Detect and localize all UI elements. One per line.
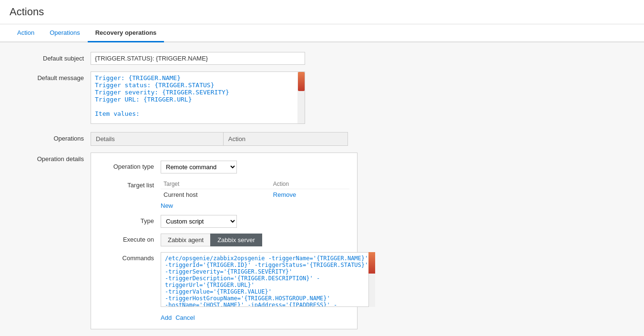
commands-row: Commands /etc/opsgenie/zabbix2opsgenie -… <box>99 252 349 308</box>
target-list-label: Target list <box>99 179 161 189</box>
default-subject-row: Default subject <box>14 52 630 65</box>
default-message-wrapper: Trigger: {TRIGGER.NAME} Trigger status: … <box>91 71 305 125</box>
default-subject-label: Default subject <box>14 52 91 62</box>
operation-details-card: Operation type Remote command Send messa… <box>91 153 358 329</box>
op-type-label: Operation type <box>99 161 161 170</box>
type-label: Type <box>99 215 161 224</box>
add-operation-link[interactable]: Add <box>161 314 172 321</box>
new-target-link[interactable]: New <box>161 202 173 209</box>
tab-action[interactable]: Action <box>10 24 42 42</box>
tab-operations[interactable]: Operations <box>42 24 88 42</box>
operation-details-label: Operation details <box>14 153 91 163</box>
ops-col-details: Details <box>91 132 224 146</box>
execute-on-row: Execute on Zabbix agent Zabbix server <box>99 234 349 246</box>
ops-col-action: Action <box>223 132 348 146</box>
type-row: Type Custom script IPMI SSH Telnet Globa… <box>99 215 349 228</box>
message-scrollbar <box>297 71 305 124</box>
execute-on-label: Execute on <box>99 234 161 243</box>
target-action-cell: Remove <box>270 189 349 201</box>
commands-textarea[interactable]: /etc/opsgenie/zabbix2opsgenie -triggerNa… <box>161 252 375 307</box>
add-cancel-links: Add Cancel <box>99 314 349 321</box>
op-type-control: Remote command Send message <box>161 161 349 173</box>
operation-details-row: Operation details Operation type Remote … <box>14 153 630 329</box>
default-subject-control <box>91 52 630 65</box>
operation-details-control: Operation type Remote command Send messa… <box>91 153 630 329</box>
operation-type-select[interactable]: Remote command Send message <box>161 161 237 173</box>
default-subject-input[interactable] <box>91 52 305 65</box>
commands-wrapper: /etc/opsgenie/zabbix2opsgenie -triggerNa… <box>161 252 375 308</box>
default-message-label: Default message <box>14 71 91 81</box>
target-current-host: Current host <box>161 189 270 201</box>
page-title: Actions <box>10 6 634 18</box>
content-area: Default subject Default message Trigger:… <box>0 42 644 336</box>
operations-table: Details Action <box>91 132 348 146</box>
commands-control: /etc/opsgenie/zabbix2opsgenie -triggerNa… <box>161 252 375 308</box>
commands-label: Commands <box>99 252 161 262</box>
type-select[interactable]: Custom script IPMI SSH Telnet Global scr… <box>161 215 237 228</box>
exec-btn-agent[interactable]: Zabbix agent <box>161 234 210 246</box>
operations-row: Operations Details Action <box>14 132 630 146</box>
cancel-operation-link[interactable]: Cancel <box>175 314 194 321</box>
commands-scrollbar-thumb <box>368 252 375 274</box>
tab-recovery-operations[interactable]: Recovery operations <box>88 24 164 42</box>
table-row: Current host Remove <box>161 189 349 201</box>
target-list-control: Target Action Current host Remove <box>161 179 349 209</box>
operations-label: Operations <box>14 132 91 142</box>
remove-link[interactable]: Remove <box>273 191 296 198</box>
default-message-row: Default message Trigger: {TRIGGER.NAME} … <box>14 71 630 125</box>
commands-scrollbar <box>368 252 375 307</box>
target-col-target: Target <box>161 179 270 189</box>
execute-on-btn-group: Zabbix agent Zabbix server <box>161 234 349 246</box>
type-control: Custom script IPMI SSH Telnet Global scr… <box>161 215 349 228</box>
tabs-bar: Action Operations Recovery operations <box>0 24 644 42</box>
operations-control: Details Action <box>91 132 630 146</box>
default-message-control: Trigger: {TRIGGER.NAME} Trigger status: … <box>91 71 630 125</box>
target-col-action: Action <box>270 179 349 189</box>
default-message-textarea[interactable]: Trigger: {TRIGGER.NAME} Trigger status: … <box>91 71 305 124</box>
exec-btn-server[interactable]: Zabbix server <box>210 234 262 246</box>
target-table: Target Action Current host Remove <box>161 179 349 200</box>
op-type-row: Operation type Remote command Send messa… <box>99 161 349 173</box>
message-scrollbar-thumb <box>298 72 305 91</box>
execute-on-control: Zabbix agent Zabbix server <box>161 234 349 246</box>
target-list-row: Target list Target Action <box>99 179 349 209</box>
page-header: Actions <box>0 0 644 24</box>
